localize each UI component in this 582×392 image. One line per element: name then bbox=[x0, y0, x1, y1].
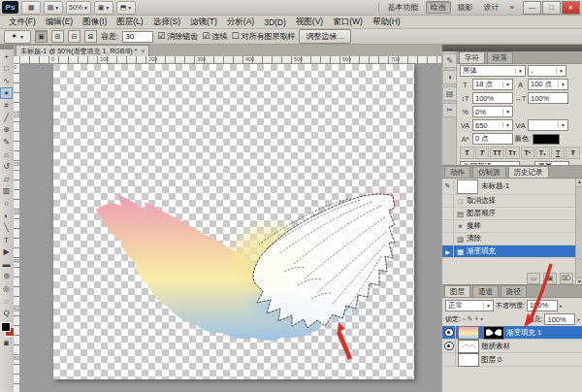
collapsed-panel-icon-layer-comps[interactable]: ▤ bbox=[442, 86, 457, 101]
small-caps-button[interactable]: Tт bbox=[505, 147, 520, 159]
magic-wand-tool[interactable]: ✶ bbox=[0, 87, 13, 100]
tracking-select[interactable]: 650▼ bbox=[472, 119, 513, 131]
tab-channels[interactable]: 通道 bbox=[472, 285, 499, 297]
layer-row-wing-material[interactable]: 翅膀素材 bbox=[442, 340, 582, 353]
strikethrough-button[interactable]: Ŧ bbox=[566, 147, 580, 159]
menu-layer[interactable]: 图层(L) bbox=[112, 16, 147, 28]
lock-paint-icon[interactable]: ✎ bbox=[467, 315, 472, 323]
hand-tool[interactable]: ◌ bbox=[0, 295, 13, 308]
arrange-documents-icon[interactable]: ▣▼ bbox=[94, 1, 113, 15]
tab-close-icon[interactable]: × bbox=[141, 48, 145, 54]
brush-tool[interactable]: ✎ bbox=[0, 136, 13, 148]
eraser-tool[interactable]: ▱ bbox=[0, 173, 13, 185]
layer-row-gradient-fill[interactable]: 渐变填充 1 bbox=[442, 326, 582, 340]
underline-button[interactable]: T bbox=[551, 147, 566, 159]
magic-wand-preset-icon[interactable]: ✶▼ bbox=[4, 30, 31, 44]
all-caps-button[interactable]: TT bbox=[490, 147, 504, 159]
menu-edit[interactable]: 编辑(E) bbox=[41, 16, 78, 28]
intersect-selection-icon[interactable]: ⊠ bbox=[84, 30, 97, 43]
document-tab[interactable]: 未标题-1 @ 50%(渐变填充 1, RGB/8) * × bbox=[16, 45, 149, 56]
scroll-up-arrow[interactable]: ▲ bbox=[576, 179, 582, 187]
dock-header[interactable] bbox=[442, 45, 582, 51]
zoom-tool[interactable]: Q bbox=[0, 307, 13, 319]
new-document-from-state-icon[interactable]: ▭ bbox=[527, 273, 540, 284]
gradient-fill-thumbnail[interactable] bbox=[458, 326, 479, 340]
orbit-3d-tool[interactable]: ◎ bbox=[0, 282, 13, 295]
layer-row-layer0[interactable]: 图层 0 bbox=[442, 353, 582, 367]
proportional-spacing-select[interactable]: 0%▼ bbox=[472, 106, 513, 117]
clone-stamp-tool[interactable]: ⌂ bbox=[0, 148, 13, 161]
kerning-select[interactable]: ▼ bbox=[528, 119, 568, 131]
minimize-button[interactable]: — bbox=[523, 1, 541, 15]
eyedropper-tool[interactable]: ╱ bbox=[0, 112, 13, 124]
healing-brush-tool[interactable]: ⊕ bbox=[0, 124, 13, 137]
collapsed-panel-icon-tools[interactable]: ✂ bbox=[442, 103, 457, 117]
history-entry-deselect[interactable]: □ 取消选择 bbox=[442, 195, 582, 208]
tab-actions[interactable]: 动作 bbox=[444, 166, 470, 178]
text-color-swatch[interactable] bbox=[533, 134, 560, 145]
history-brush-tool[interactable]: ↺ bbox=[0, 160, 13, 173]
gradient-tool[interactable]: ▥ bbox=[0, 185, 13, 198]
lasso-tool[interactable]: ∿ bbox=[0, 75, 13, 87]
layer0-thumbnail[interactable] bbox=[458, 353, 479, 367]
color-swatches[interactable] bbox=[0, 321, 14, 337]
opacity-spinner-icon[interactable]: ▸ bbox=[560, 303, 563, 309]
lock-position-icon[interactable]: + bbox=[474, 315, 478, 323]
tab-layers[interactable]: 图层 bbox=[444, 285, 470, 297]
add-to-selection-icon[interactable]: ⊞ bbox=[51, 30, 64, 43]
history-entry-layer-order[interactable]: ▤ 图层顺序 bbox=[442, 208, 582, 220]
dodge-tool[interactable]: ◐ bbox=[0, 210, 13, 222]
new-selection-icon[interactable]: ▣ bbox=[35, 30, 48, 43]
new-snapshot-icon[interactable]: ▣ bbox=[543, 273, 557, 284]
tab-character[interactable]: 字符 bbox=[459, 51, 485, 63]
workspace-basic[interactable]: 基本功能 bbox=[384, 2, 423, 13]
pen-tool[interactable]: ╲ bbox=[0, 221, 13, 234]
faux-italic-button[interactable]: T bbox=[475, 147, 490, 159]
font-size-select[interactable]: 18 点▼ bbox=[472, 79, 513, 90]
rotate-3d-tool[interactable]: ⊚ bbox=[0, 271, 13, 283]
lock-all-icon[interactable]: ▪ bbox=[480, 315, 482, 323]
visibility-eye-empty[interactable] bbox=[442, 353, 456, 366]
rect-marquee-tool[interactable]: □ bbox=[0, 63, 13, 76]
close-button[interactable]: ✕ bbox=[562, 1, 580, 15]
history-scrollbar[interactable]: ▲ ▼ bbox=[575, 179, 582, 286]
font-family-select[interactable]: 黑体▼ bbox=[460, 65, 526, 77]
history-entry-gradient-fill-selected[interactable]: ▶ ▦ 渐变填充 bbox=[442, 245, 582, 258]
baseline-shift-field[interactable]: 0 点 bbox=[472, 133, 513, 145]
delete-state-icon[interactable]: ⌦ bbox=[560, 273, 573, 284]
fill-spinner-icon[interactable]: ▸ bbox=[577, 316, 580, 322]
font-style-select[interactable]: -▼ bbox=[528, 65, 566, 77]
wing-material-thumbnail[interactable] bbox=[458, 340, 479, 353]
visibility-eye-icon[interactable] bbox=[442, 326, 456, 339]
view-extras-icon[interactable]: ▤▼ bbox=[44, 1, 63, 15]
tab-clone-source[interactable]: 仿制源 bbox=[472, 166, 506, 178]
blend-mode-select[interactable]: 正常▼ bbox=[445, 300, 494, 311]
foreground-color-swatch[interactable] bbox=[1, 322, 11, 332]
history-source-cell[interactable]: ✎ bbox=[442, 180, 454, 192]
contiguous-checkbox[interactable]: ☑ 连续 bbox=[202, 31, 227, 42]
visibility-eye-icon[interactable] bbox=[442, 340, 456, 352]
menu-file[interactable]: 文件(F) bbox=[4, 16, 41, 28]
superscript-button[interactable]: T¹ bbox=[521, 147, 535, 159]
workspace-design[interactable]: 设计 bbox=[480, 2, 503, 13]
type-tool[interactable]: T bbox=[0, 234, 13, 246]
workspace-painting[interactable]: 绘画 bbox=[426, 1, 451, 14]
history-snapshot-row[interactable]: ✎ 未标题-1 bbox=[442, 179, 582, 195]
menu-view[interactable]: 视图(V) bbox=[291, 16, 328, 28]
blur-tool[interactable]: ○ bbox=[0, 197, 13, 210]
horizontal-scale-field[interactable]: 100% bbox=[528, 92, 568, 104]
collapsed-panel-icon-clone-source[interactable]: ◑ bbox=[442, 70, 457, 84]
menu-3d[interactable]: 3D(D) bbox=[259, 17, 291, 27]
quick-mask-mode-icon[interactable]: ◙ bbox=[0, 337, 13, 349]
maximize-button[interactable]: □ bbox=[542, 1, 561, 15]
menu-image[interactable]: 图像(I) bbox=[78, 16, 112, 28]
move-tool[interactable]: + bbox=[0, 50, 13, 63]
history-entry-clear[interactable]: ▨ 清除 bbox=[442, 233, 582, 245]
faux-bold-button[interactable]: T bbox=[460, 147, 474, 159]
menu-help[interactable]: 帮助(H) bbox=[368, 16, 405, 28]
opacity-field[interactable]: 100% bbox=[527, 300, 558, 311]
refine-edge-button[interactable]: 调整边缘… bbox=[299, 29, 351, 44]
layer-mask-thumbnail[interactable] bbox=[483, 326, 504, 340]
path-selection-tool[interactable]: ▶ bbox=[0, 246, 13, 259]
shape-tool[interactable]: ▬ bbox=[0, 258, 13, 271]
